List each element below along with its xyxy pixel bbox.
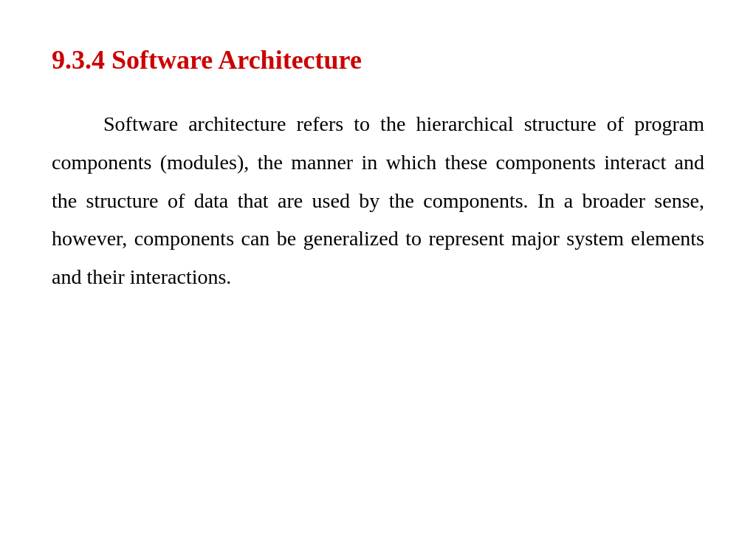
section-heading: 9.3.4 Software Architecture xyxy=(52,44,704,75)
section-body-paragraph: Software architecture refers to the hier… xyxy=(52,105,704,296)
page-container: 9.3.4 Software Architecture Software arc… xyxy=(0,0,756,535)
